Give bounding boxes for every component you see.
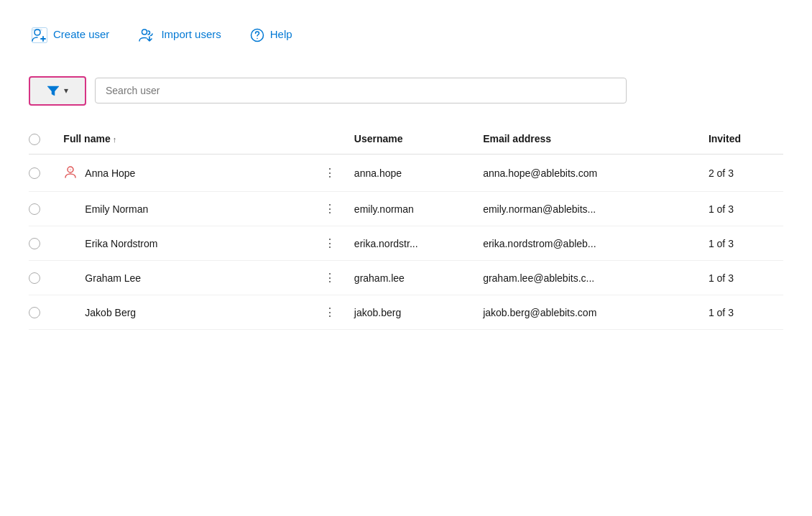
row-select-radio[interactable] <box>29 272 40 284</box>
row-radio-cell <box>29 261 57 295</box>
row-invited: 1 of 3 <box>709 272 734 284</box>
row-email-cell: jakob.berg@ablebits.com <box>477 295 703 330</box>
col-header-dots <box>315 126 349 155</box>
user-table: Full name↑ Username Email address Invite… <box>29 126 783 330</box>
table-row: Graham Lee ⋮ graham.lee graham.lee@ableb… <box>29 261 783 295</box>
row-username-cell: jakob.berg <box>349 295 477 330</box>
help-icon <box>250 26 264 42</box>
row-invited-cell: 1 of 3 <box>703 192 783 226</box>
row-invited-cell: 1 of 3 <box>703 295 783 330</box>
row-invited: 2 of 3 <box>709 167 734 179</box>
col-header-email: Email address <box>477 126 703 155</box>
row-username: anna.hope <box>354 167 402 179</box>
filter-icon <box>47 83 60 98</box>
row-username-cell: emily.norman <box>349 192 477 226</box>
col-header-invited: Invited <box>703 126 783 155</box>
row-username: emily.norman <box>354 203 414 215</box>
row-email-cell: erika.nordstrom@ableb... <box>477 226 703 261</box>
user-avatar-icon <box>63 165 78 181</box>
toolbar: Create user Import users Help <box>29 22 783 47</box>
table-header-row: Full name↑ Username Email address Invite… <box>29 126 783 155</box>
col-header-check <box>29 126 57 155</box>
row-context-menu-button[interactable]: ⋮ <box>321 306 339 318</box>
row-invited: 1 of 3 <box>709 203 734 215</box>
search-input[interactable] <box>95 78 627 103</box>
svg-point-3 <box>257 38 258 40</box>
row-fullname-cell: Jakob Berg <box>57 295 315 330</box>
row-fullname: Graham Lee <box>85 272 141 284</box>
row-username: jakob.berg <box>354 307 401 318</box>
row-invited-cell: 1 of 3 <box>703 226 783 261</box>
filter-button[interactable]: ▾ <box>29 76 86 106</box>
import-users-label: Import users <box>161 28 221 40</box>
row-radio-cell <box>29 226 57 261</box>
table-row: Emily Norman ⋮ emily.norman emily.norman… <box>29 192 783 226</box>
row-dots-cell[interactable]: ⋮ <box>315 192 349 226</box>
import-users-button[interactable]: Import users <box>135 22 223 47</box>
help-label: Help <box>270 28 292 40</box>
row-fullname-cell: Graham Lee <box>57 261 315 295</box>
row-fullname: Anna Hope <box>85 167 135 179</box>
row-username: graham.lee <box>354 272 405 284</box>
row-username-cell: erika.nordstr... <box>349 226 477 261</box>
row-fullname: Emily Norman <box>85 203 148 215</box>
row-context-menu-button[interactable]: ⋮ <box>321 272 339 284</box>
row-email: graham.lee@ablebits.c... <box>483 272 594 284</box>
sort-arrow-icon: ↑ <box>113 135 117 144</box>
row-email: erika.nordstrom@ableb... <box>483 238 596 249</box>
row-fullname: Erika Nordstrom <box>85 238 157 249</box>
create-user-button[interactable]: Create user <box>29 22 112 47</box>
row-email: emily.norman@ablebits... <box>483 203 596 215</box>
row-username: erika.nordstr... <box>354 238 418 249</box>
row-dots-cell[interactable]: ⋮ <box>315 295 349 330</box>
create-user-icon <box>32 26 47 43</box>
import-users-icon <box>138 26 155 43</box>
row-invited: 1 of 3 <box>709 307 734 318</box>
col-header-fullname[interactable]: Full name↑ <box>57 126 315 155</box>
row-dots-cell[interactable]: ⋮ <box>315 261 349 295</box>
row-context-menu-button[interactable]: ⋮ <box>321 237 339 249</box>
row-context-menu-button[interactable]: ⋮ <box>321 167 339 179</box>
row-dots-cell[interactable]: ⋮ <box>315 155 349 192</box>
row-email: jakob.berg@ablebits.com <box>483 307 596 318</box>
row-select-radio[interactable] <box>29 307 40 318</box>
row-email-cell: graham.lee@ablebits.c... <box>477 261 703 295</box>
row-username-cell: anna.hope <box>349 155 477 192</box>
row-email-cell: emily.norman@ablebits... <box>477 192 703 226</box>
row-fullname-cell: Emily Norman <box>57 192 315 226</box>
row-email-cell: anna.hope@ablebits.com <box>477 155 703 192</box>
create-user-label: Create user <box>53 28 109 40</box>
table-row: Jakob Berg ⋮ jakob.berg jakob.berg@ableb… <box>29 295 783 330</box>
col-header-username: Username <box>349 126 477 155</box>
table-row: Anna Hope ⋮ anna.hope anna.hope@ablebits… <box>29 155 783 192</box>
row-fullname: Jakob Berg <box>85 307 136 318</box>
row-select-radio[interactable] <box>29 203 40 215</box>
filter-chevron-icon: ▾ <box>64 86 68 96</box>
table-row: Erika Nordstrom ⋮ erika.nordstr... erika… <box>29 226 783 261</box>
row-dots-cell[interactable]: ⋮ <box>315 226 349 261</box>
row-radio-cell <box>29 192 57 226</box>
row-invited-cell: 2 of 3 <box>703 155 783 192</box>
svg-point-5 <box>70 169 72 171</box>
row-invited-cell: 1 of 3 <box>703 261 783 295</box>
help-button[interactable]: Help <box>247 22 295 47</box>
row-radio-cell <box>29 155 57 192</box>
row-username-cell: graham.lee <box>349 261 477 295</box>
row-select-radio[interactable] <box>29 167 40 179</box>
row-select-radio[interactable] <box>29 238 40 249</box>
filter-search-row: ▾ <box>29 76 783 106</box>
row-fullname-cell: Anna Hope <box>57 155 315 192</box>
row-context-menu-button[interactable]: ⋮ <box>321 203 339 215</box>
row-email: anna.hope@ablebits.com <box>483 167 597 179</box>
row-fullname-cell: Erika Nordstrom <box>57 226 315 261</box>
row-invited: 1 of 3 <box>709 238 734 249</box>
select-all-radio[interactable] <box>29 134 40 145</box>
row-radio-cell <box>29 295 57 330</box>
